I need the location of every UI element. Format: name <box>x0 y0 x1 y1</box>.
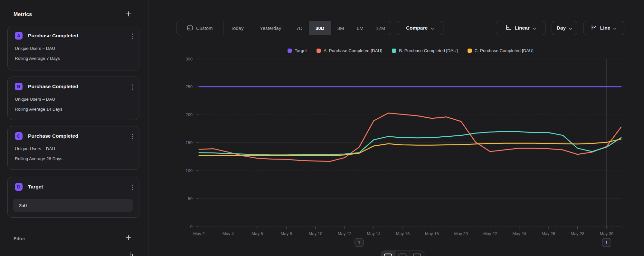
x-axis-label: May 28 <box>571 231 584 236</box>
chevron-down-icon <box>431 25 434 31</box>
range-today[interactable]: Today <box>223 21 251 35</box>
metric-badge-b: B <box>15 83 23 90</box>
metric-badge-a: A <box>15 32 23 40</box>
metric-card-b[interactable]: B Purchase Completed Unique Users – DAU … <box>7 77 139 120</box>
kebab-menu-icon[interactable] <box>131 133 134 140</box>
chevron-down-icon <box>613 25 617 31</box>
chevron-down-icon <box>569 25 572 31</box>
legend-item[interactable]: C. Purchase Completed [DAU] <box>468 48 534 53</box>
range-yesterday[interactable]: Yesterday <box>251 21 290 35</box>
compare-button[interactable]: Compare <box>397 21 443 35</box>
x-axis-label: May 8 <box>281 231 292 236</box>
series-line-1[interactable] <box>199 113 621 161</box>
scale-selector-button[interactable]: Linear <box>496 21 545 35</box>
filter-title: Filter <box>14 236 25 241</box>
x-axis-label: May 16 <box>396 231 410 236</box>
x-axis-label: May 2 <box>193 231 204 236</box>
add-metric-button[interactable] <box>125 10 132 19</box>
collapse-sidebar-icon <box>129 251 137 256</box>
chart-type-selector-button[interactable]: Line <box>583 21 624 35</box>
y-axis-label: 300 <box>185 57 193 61</box>
x-axis-label: May 14 <box>367 231 381 236</box>
annotation-chip-label: 1 <box>605 240 608 245</box>
metrics-sidebar: Metrics A Purchase Completed Unique User… <box>0 0 148 256</box>
plus-icon <box>125 234 132 242</box>
filter-section: Filter <box>14 234 132 242</box>
line-chart-icon <box>591 24 597 32</box>
legend-label: A. Purchase Completed [DAU] <box>324 48 382 53</box>
chevron-down-icon <box>533 25 536 31</box>
target-card[interactable]: D Target 250 <box>7 177 139 218</box>
calendar-icon <box>187 24 193 32</box>
interval-label: Day <box>557 25 566 31</box>
plus-icon <box>125 10 132 19</box>
line-chart: 050100150200250300May 2May 4May 6May 8Ma… <box>180 55 641 256</box>
legend-item[interactable]: B. Purchase Completed [DAU] <box>392 48 458 53</box>
x-axis-label: May 22 <box>483 231 497 236</box>
range-7d[interactable]: 7D <box>290 21 309 35</box>
range-custom[interactable]: Custom <box>176 21 223 35</box>
x-axis-label: May 10 <box>308 231 322 236</box>
range-label: Today <box>231 25 243 31</box>
view-option-1[interactable] <box>381 251 395 256</box>
scale-label: Linear <box>515 25 530 31</box>
date-range-control: CustomTodayYesterday7D30D3M6M12M <box>176 21 391 35</box>
series-line-3[interactable] <box>199 139 621 156</box>
panel-icon <box>398 253 407 256</box>
collapse-sidebar-button[interactable] <box>129 251 137 256</box>
target-value-input[interactable]: 250 <box>13 199 133 212</box>
view-option-3[interactable] <box>410 251 424 256</box>
range-label: 12M <box>376 25 385 31</box>
x-axis-label: May 12 <box>338 231 352 236</box>
legend-label: C. Purchase Completed [DAU] <box>475 48 534 53</box>
range-label: 30D <box>316 25 325 31</box>
range-3m[interactable]: 3M <box>331 21 350 35</box>
x-axis-label: May 20 <box>454 231 468 236</box>
metric-badge-d: D <box>15 183 23 191</box>
interval-selector-button[interactable]: Day <box>552 21 577 35</box>
x-axis-label: May 26 <box>542 231 555 236</box>
metric-transform: Rolling Average 14 Days <box>15 107 133 112</box>
legend-item[interactable]: A. Purchase Completed [DAU] <box>317 48 382 53</box>
x-axis-label: May 24 <box>512 231 526 236</box>
view-option-2[interactable] <box>395 251 410 256</box>
metrics-header: Metrics <box>14 9 132 20</box>
metric-card-a[interactable]: A Purchase Completed Unique Users – DAU … <box>7 26 139 70</box>
panel-icon <box>384 253 392 256</box>
range-6m[interactable]: 6M <box>350 21 370 35</box>
range-12m[interactable]: 12M <box>370 21 391 35</box>
y-axis-label: 50 <box>188 196 193 201</box>
kebab-menu-icon[interactable] <box>131 33 134 40</box>
chart-type-label: Line <box>600 25 611 31</box>
metric-measure: Unique Users – DAU <box>15 97 133 102</box>
legend-item[interactable]: Target <box>288 48 307 53</box>
y-axis-label: 150 <box>185 140 193 145</box>
y-axis-label: 200 <box>185 112 193 117</box>
y-axis-label: 100 <box>185 168 193 173</box>
metric-transform: Rolling Average 28 Days <box>15 156 133 161</box>
add-filter-button[interactable] <box>125 234 132 242</box>
y-axis-label: 0 <box>190 224 193 229</box>
x-axis-label: May 30 <box>600 231 613 236</box>
kebab-menu-icon[interactable] <box>131 184 134 191</box>
range-30d[interactable]: 30D <box>309 21 331 35</box>
x-axis-label: May 6 <box>251 231 263 236</box>
x-axis-label: May 18 <box>425 231 439 236</box>
metric-transform: Rolling Average 7 Days <box>15 56 133 61</box>
range-label: 6M <box>357 25 364 31</box>
metric-card-c[interactable]: C Purchase Completed Unique Users – DAU … <box>7 126 139 170</box>
legend-swatch <box>392 49 396 53</box>
kebab-menu-icon[interactable] <box>131 84 134 90</box>
annotation-chip-label: 1 <box>358 240 361 245</box>
range-label: 7D <box>296 25 302 31</box>
panel-icon <box>413 253 421 256</box>
legend-swatch <box>317 49 321 53</box>
range-label: 3M <box>337 25 344 31</box>
metric-badge-c: C <box>15 132 23 140</box>
x-axis-label: May 4 <box>223 231 234 236</box>
y-axis-label: 250 <box>185 84 193 89</box>
linear-scale-icon <box>505 24 512 32</box>
legend-label: Target <box>295 48 307 53</box>
metrics-title: Metrics <box>14 12 32 17</box>
target-title: Target <box>28 184 43 190</box>
